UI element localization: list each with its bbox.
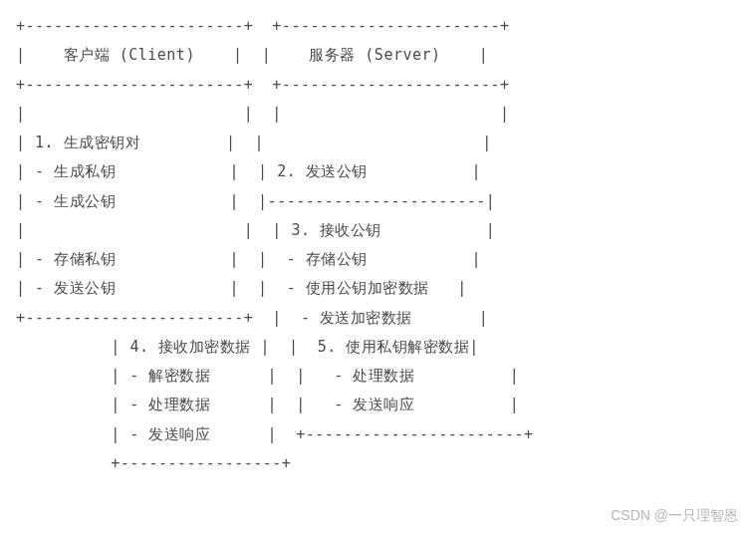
step3-title: 3. 接收公钥 — [291, 221, 381, 239]
step3-item: 发送加密数据 — [320, 309, 412, 327]
step5-title: 5. 使用私钥解密数据 — [318, 338, 470, 356]
step4-item: 发送响应 — [148, 425, 210, 443]
client-header: 客户端 (Client) — [64, 46, 195, 64]
step3-item: 使用公钥加密数据 — [306, 279, 429, 297]
step1-item: 生成私钥 — [54, 162, 116, 180]
step1-item: 存储私钥 — [54, 250, 116, 268]
step4-title: 4. 接收加密数据 — [129, 338, 251, 356]
server-header: 服务器 (Server) — [309, 46, 440, 64]
step5-item: 发送响应 — [353, 396, 414, 413]
step2-title: 2. 发送公钥 — [277, 162, 368, 180]
step1-item: 发送公钥 — [54, 279, 116, 297]
step5-item: 处理数据 — [353, 367, 414, 385]
step1-title: 1. 生成密钥对 — [35, 133, 140, 151]
watermark: CSDN @一只理智恩 — [611, 507, 738, 525]
step4-item: 解密数据 — [148, 367, 210, 385]
step1-item: 生成公钥 — [54, 192, 116, 210]
step4-item: 处理数据 — [148, 396, 210, 413]
ascii-diagram: +-----------------------+ +-------------… — [16, 12, 740, 478]
step3-item: 存储公钥 — [306, 250, 368, 268]
